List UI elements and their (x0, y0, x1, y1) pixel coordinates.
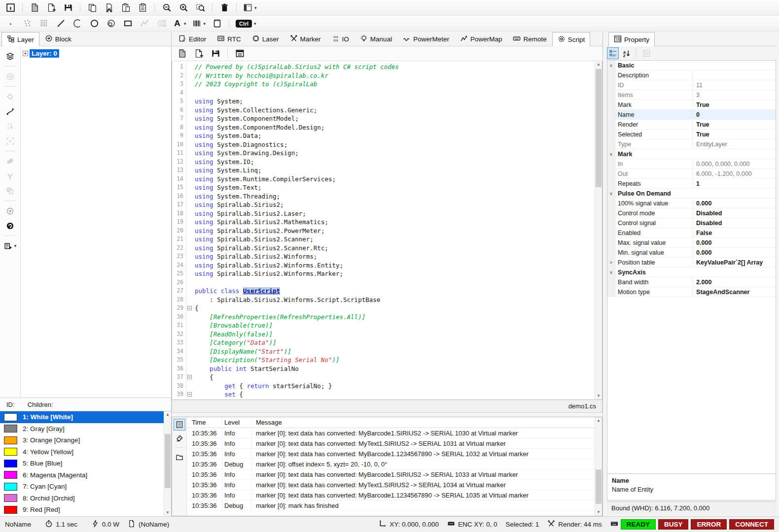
property-value[interactable]: 0 (693, 111, 776, 118)
sort-button[interactable]: 21 (3, 119, 18, 133)
point-button[interactable] (3, 17, 18, 31)
split-button[interactable] (3, 169, 18, 183)
tree-item-layer[interactable]: + Layer: 0 (23, 49, 169, 58)
property-row[interactable]: Repeats1 (607, 179, 776, 189)
zoom-out-button[interactable] (159, 1, 174, 15)
property-category-row[interactable]: ∨SyncAxis (607, 267, 776, 277)
property-value[interactable]: True (693, 131, 776, 138)
save-button[interactable] (208, 47, 223, 61)
property-row[interactable]: Motion typeStageAndScanner (607, 287, 776, 297)
pen-color-row[interactable]: 7: Cyan [Cyan] (0, 481, 171, 493)
folder-button[interactable] (174, 451, 185, 463)
log-row[interactable]: 10:35:36Infomarker [0]: text data has co… (187, 490, 595, 500)
polyline-button[interactable] (137, 17, 152, 31)
property-row[interactable]: ID11 (607, 80, 776, 90)
scroll-up-icon[interactable]: ▲ (595, 61, 602, 68)
property-value[interactable]: True (693, 101, 776, 108)
tab-rtc[interactable]: RTC (212, 32, 247, 46)
property-value[interactable]: 2.000 (693, 279, 776, 286)
property-row[interactable]: Description (607, 70, 776, 80)
text-button[interactable]: A▾ (171, 17, 188, 31)
property-value[interactable]: 6.000, -1.200, 0.000 (693, 170, 776, 177)
trepan-button[interactable] (104, 17, 118, 31)
view-code-button[interactable] (232, 47, 247, 61)
image-button[interactable] (210, 17, 224, 31)
log-scrollbar[interactable]: ▲ ▼ (595, 417, 602, 516)
property-row[interactable]: In0.000, 0.000, 0.000 (607, 159, 776, 169)
tab-remote[interactable]: Remote (507, 32, 552, 46)
fold-marker-icon[interactable]: − (187, 375, 192, 379)
pen-color-row[interactable]: 4: Yellow [Yellow] (0, 446, 171, 458)
property-row[interactable]: Name0 (607, 110, 776, 120)
line-button[interactable] (53, 17, 68, 31)
barcode-button[interactable]: ▾ (190, 17, 208, 31)
log-row[interactable]: 10:35:36Debugmarker [0]: offset index= 5… (187, 459, 595, 469)
circle-button[interactable] (87, 17, 102, 31)
file-new-button[interactable] (191, 47, 206, 61)
log-row[interactable]: 10:35:36Infomarker [0]: text data has co… (187, 449, 595, 459)
property-row[interactable]: TypeEntityLayer (607, 139, 776, 149)
property-row[interactable]: Band width2.000 (607, 277, 776, 287)
zoom-window-button[interactable] (193, 1, 208, 15)
property-row[interactable]: >Position tableKeyValuePair`2[] Array (607, 258, 776, 267)
tab-powermeter[interactable]: PowerMeter (397, 32, 455, 46)
property-value[interactable]: False (693, 230, 776, 236)
pen-color-row[interactable]: 9: Red [Red] (0, 504, 171, 516)
categorized-button[interactable] (607, 47, 619, 59)
property-value[interactable]: 1 (693, 180, 776, 187)
paste-button[interactable] (118, 1, 133, 15)
pen-color-row[interactable]: 1: White [White] (0, 411, 171, 423)
property-value[interactable]: StageAndScanner (693, 289, 776, 296)
cut-button[interactable] (102, 1, 116, 15)
points-grid-button[interactable] (36, 17, 51, 31)
collapse-chevron-icon[interactable]: ∨ (607, 149, 615, 159)
threed-button[interactable]: 3D (3, 69, 18, 83)
tab-io[interactable]: 010010IO (326, 32, 354, 46)
file-button[interactable] (27, 1, 42, 15)
path-button[interactable] (3, 104, 18, 118)
fill-button[interactable] (3, 90, 18, 103)
property-value[interactable]: 11 (693, 82, 776, 89)
pen-color-row[interactable]: 5: Blue [Blue] (0, 458, 171, 469)
layer-tree[interactable]: + Layer: 0 (21, 46, 171, 398)
scroll-thumb[interactable] (596, 69, 602, 187)
property-value[interactable]: 0.000 (693, 249, 776, 256)
expand-icon[interactable]: + (23, 51, 28, 56)
property-row[interactable]: Max. signal value0.000 (607, 238, 776, 248)
property-row[interactable]: 100% signal value0.000 (607, 199, 776, 208)
tab-script[interactable]: Script (552, 32, 591, 46)
scroll-up-icon[interactable]: ▲ (595, 417, 602, 424)
property-row[interactable]: MarkTrue (607, 100, 776, 110)
property-category-row[interactable]: ∨Mark (607, 149, 776, 159)
info-button[interactable] (3, 1, 18, 15)
property-row[interactable]: SelectedTrue (607, 130, 776, 139)
property-row[interactable]: EnabledFalse (607, 228, 776, 238)
fold-marker-icon[interactable]: − (187, 392, 192, 397)
pen-color-row[interactable]: 3: Orange [Orange] (0, 434, 171, 446)
log-row[interactable]: 10:35:36Infomarker [0]: text data has co… (187, 438, 595, 449)
fit-button[interactable] (3, 134, 18, 148)
code-scrollbar[interactable]: ▲ ▼ (595, 61, 602, 399)
property-value[interactable]: 0.000 (693, 239, 776, 246)
property-value[interactable]: 0.000 (693, 200, 776, 207)
expand-chevron-icon[interactable]: > (607, 258, 615, 267)
points-scatter-button[interactable] (20, 17, 35, 31)
tab-block[interactable]: Block (39, 32, 77, 46)
color-list-scrollbar[interactable]: ▲ ▼ (164, 411, 171, 516)
arc-button[interactable] (70, 17, 85, 31)
layout-button[interactable]: ▾ (241, 1, 259, 15)
scroll-up-icon[interactable]: ▲ (164, 411, 171, 418)
delete-button[interactable] (217, 1, 232, 15)
copy-button[interactable] (85, 1, 100, 15)
save-button[interactable] (61, 1, 75, 15)
file-new-button[interactable] (44, 1, 59, 15)
tab-marker[interactable]: Marker (284, 32, 326, 46)
property-row[interactable]: Control modeDisabled (607, 208, 776, 218)
pen-color-row[interactable]: 6: Magenta [Magenta] (0, 469, 171, 481)
proppage-button[interactable] (640, 47, 652, 59)
tab-powermap[interactable]: PowerMap (455, 32, 508, 46)
tab-laser[interactable]: Laser (247, 32, 284, 46)
property-row[interactable]: RenderTrue (607, 120, 776, 130)
collapse-chevron-icon[interactable]: ∨ (607, 267, 615, 277)
log-row[interactable]: 10:35:36Infomarker [0]: text data has co… (187, 469, 595, 480)
